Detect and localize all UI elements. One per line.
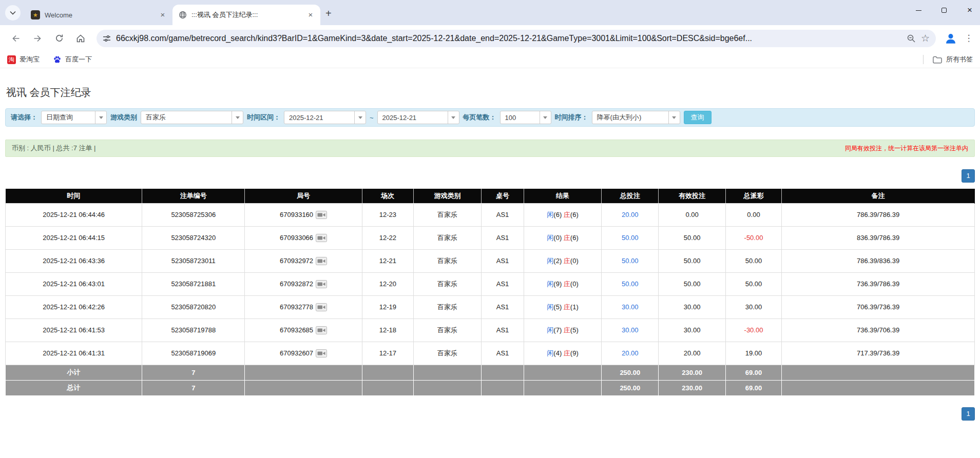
cell-round-id: 670932685 xyxy=(245,318,362,342)
table-row: 2025-12-21 06:41:53 523058719788 6709326… xyxy=(6,318,975,342)
footer-count: 7 xyxy=(142,380,245,395)
video-replay-icon xyxy=(316,326,327,334)
table-footer-row: 小计 7 250.00 230.00 69.00 xyxy=(6,365,975,380)
cell-payout: -50.00 xyxy=(725,226,782,249)
window-maximize-button[interactable] xyxy=(939,5,949,15)
date-range-label: 时间区间： xyxy=(247,113,280,122)
cell-total-bet[interactable]: 50.00 xyxy=(602,272,659,295)
reload-button[interactable] xyxy=(50,30,68,47)
site-info-icon[interactable] xyxy=(103,34,111,43)
address-bar[interactable]: 66cxkj98.com/game/betrecord_search/kind3… xyxy=(97,30,936,47)
bookmark-star-icon[interactable]: ☆ xyxy=(921,32,930,44)
cell-round-id: 670932607 xyxy=(245,342,362,365)
window-close-button[interactable]: × xyxy=(965,5,975,15)
new-tab-button[interactable]: + xyxy=(325,8,332,18)
home-button[interactable] xyxy=(72,30,89,47)
cell-session: 12-20 xyxy=(362,272,413,295)
browser-menu-button[interactable]: ⋮ xyxy=(963,33,975,44)
cell-session: 12-17 xyxy=(362,342,413,365)
cell-session: 12-21 xyxy=(362,249,413,272)
cell-result: 闲(5) 庄(1) xyxy=(524,295,602,318)
video-replay-button[interactable] xyxy=(316,257,327,265)
cell-bet-id: 523058719069 xyxy=(142,342,245,365)
date-start-select[interactable]: 2025-12-21 xyxy=(284,111,366,124)
game-kind-select[interactable]: 百家乐 xyxy=(141,111,243,124)
video-replay-button[interactable] xyxy=(316,280,327,288)
chevron-down-icon xyxy=(354,111,366,124)
pagination-bottom: 1 xyxy=(5,407,975,421)
table-header-row: 时间注单编号局号场次游戏类别桌号结果总投注有效投注总派彩备注 xyxy=(6,189,975,203)
cell-total-bet[interactable]: 30.00 xyxy=(602,318,659,342)
window-minimize-button[interactable] xyxy=(913,5,924,15)
profile-avatar[interactable] xyxy=(943,31,958,46)
cell-total-bet[interactable]: 30.00 xyxy=(602,295,659,318)
cell-bet-id: 523058725306 xyxy=(142,203,245,226)
table-row: 2025-12-21 06:42:26 523058720820 6709327… xyxy=(6,295,975,318)
table-footer-row: 总计 7 250.00 230.00 69.00 xyxy=(6,380,975,395)
tab-close-icon[interactable]: × xyxy=(306,10,315,19)
cell-valid-bet: 30.00 xyxy=(659,295,725,318)
video-replay-button[interactable] xyxy=(316,303,327,311)
date-end-select[interactable]: 2025-12-21 xyxy=(377,111,459,124)
cell-table-no: AS1 xyxy=(481,203,524,226)
tab-welcome[interactable]: ★ Welcome × xyxy=(25,5,172,25)
cell-table-no: AS1 xyxy=(481,226,524,249)
search-button[interactable]: 查询 xyxy=(684,111,712,124)
bet-records-table: 时间注单编号局号场次游戏类别桌号结果总投注有效投注总派彩备注 2025-12-2… xyxy=(5,189,975,396)
page-1-button[interactable]: 1 xyxy=(962,169,975,183)
column-header: 时间 xyxy=(6,189,142,203)
table-row: 2025-12-21 06:44:15 523058724320 6709330… xyxy=(6,226,975,249)
sort-select[interactable]: 降幂(由大到小) xyxy=(592,111,680,124)
cell-payout: 19.00 xyxy=(725,342,782,365)
chevron-down-icon xyxy=(668,111,680,124)
forward-arrow-icon xyxy=(32,33,43,44)
column-header: 注单编号 xyxy=(142,189,245,203)
cell-result: 闲(2) 庄(0) xyxy=(524,249,602,272)
query-type-select[interactable]: 日期查询 xyxy=(41,111,107,124)
page-1-button[interactable]: 1 xyxy=(962,407,975,421)
tab-title: :::视讯 会员下注纪录::: xyxy=(191,10,301,19)
cell-total-bet[interactable]: 50.00 xyxy=(602,226,659,249)
column-header: 局号 xyxy=(245,189,362,203)
column-header: 备注 xyxy=(782,189,975,203)
page-size-select[interactable]: 100 xyxy=(500,111,551,124)
bookmark-taobao[interactable]: 淘 爱淘宝 xyxy=(7,55,40,64)
tab-betrecord[interactable]: :::视讯 会员下注纪录::: × xyxy=(172,5,320,25)
url-text[interactable]: 66cxkj98.com/game/betrecord_search/kind3… xyxy=(116,34,901,43)
tab-close-icon[interactable]: × xyxy=(158,10,167,19)
video-replay-button[interactable] xyxy=(316,326,327,334)
video-replay-icon xyxy=(316,349,327,357)
cell-valid-bet: 0.00 xyxy=(659,203,725,226)
cell-table-no: AS1 xyxy=(481,295,524,318)
cell-remark: 836.39/786.39 xyxy=(782,226,975,249)
footer-payout: 69.00 xyxy=(725,365,782,380)
tab-search-button[interactable] xyxy=(5,5,21,21)
all-bookmarks-button[interactable]: 所有书签 xyxy=(946,55,973,64)
footer-payout: 69.00 xyxy=(725,380,782,395)
cell-game-kind: 百家乐 xyxy=(413,295,481,318)
cell-total-bet[interactable]: 50.00 xyxy=(602,249,659,272)
cell-result: 闲(6) 庄(6) xyxy=(524,203,602,226)
footer-valid-bet: 230.00 xyxy=(659,380,725,395)
cell-session: 12-22 xyxy=(362,226,413,249)
cell-game-kind: 百家乐 xyxy=(413,272,481,295)
video-replay-button[interactable] xyxy=(316,211,327,219)
back-button[interactable] xyxy=(7,30,25,47)
video-replay-button[interactable] xyxy=(316,349,327,357)
bookmark-baidu[interactable]: 百度一下 xyxy=(53,55,92,64)
cell-total-bet[interactable]: 20.00 xyxy=(602,203,659,226)
cell-result: 闲(7) 庄(5) xyxy=(524,318,602,342)
forward-button[interactable] xyxy=(29,30,46,47)
cell-bet-id: 523058723011 xyxy=(142,249,245,272)
video-replay-button[interactable] xyxy=(316,234,327,242)
video-replay-icon xyxy=(316,234,327,242)
pagination-top: 1 xyxy=(5,169,975,183)
cell-session: 12-19 xyxy=(362,295,413,318)
cell-total-bet[interactable]: 20.00 xyxy=(602,342,659,365)
zoom-page-icon[interactable] xyxy=(907,34,916,43)
footer-count: 7 xyxy=(142,365,245,380)
column-header: 场次 xyxy=(362,189,413,203)
cell-time: 2025-12-21 06:44:15 xyxy=(6,226,142,249)
cell-table-no: AS1 xyxy=(481,342,524,365)
cell-remark: 786.39/786.39 xyxy=(782,203,975,226)
